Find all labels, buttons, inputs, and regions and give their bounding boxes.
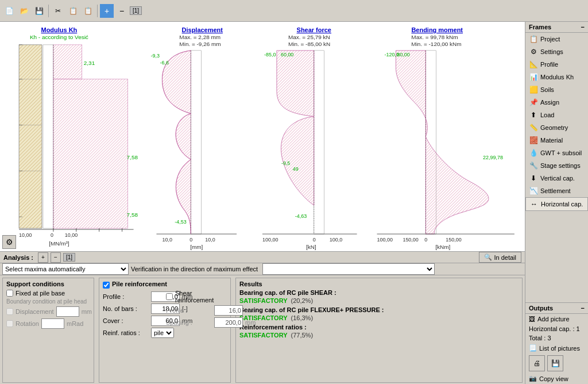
svg-text:Bending moment: Bending moment xyxy=(411,26,463,33)
pile-reinf-checkbox[interactable] xyxy=(103,282,110,289)
fixed-pile-checkbox[interactable] xyxy=(6,290,13,297)
svg-text:49: 49 xyxy=(293,166,299,172)
assign-label: Assign xyxy=(540,99,559,106)
shear-result-title: Bearing cap. of RC pile SHEAR : xyxy=(239,289,519,296)
assign-icon: 📌 xyxy=(529,98,538,107)
toolbar-sep-2 xyxy=(97,5,98,17)
svg-text:Max. = 99,78 kNm: Max. = 99,78 kNm xyxy=(411,34,458,40)
copy-view-button[interactable]: 📷 Copy view xyxy=(525,373,588,384)
svg-text:Min. = -9,26 mm: Min. = -9,26 mm xyxy=(179,41,220,47)
sidebar-item-profile[interactable]: 📐 Profile xyxy=(525,58,588,71)
gwt-icon: 💧 xyxy=(529,148,538,158)
outputs-title: Outputs − xyxy=(525,303,588,314)
profile-icon: 📐 xyxy=(529,60,538,69)
results-panel: Results Bearing cap. of RC pile SHEAR : … xyxy=(235,278,523,383)
horizontal-label: Horizontal cap. xyxy=(541,201,583,208)
sidebar-item-assign[interactable]: 📌 Assign xyxy=(525,96,588,109)
vertical-icon: ⬇ xyxy=(529,174,538,183)
copy-button[interactable]: 📋 xyxy=(66,4,80,18)
svg-text:Displacement: Displacement xyxy=(182,26,223,33)
remove-analysis-button[interactable]: − xyxy=(51,252,61,263)
verification-dropdown[interactable] xyxy=(262,263,435,275)
svg-text:10,00: 10,00 xyxy=(65,232,78,238)
bottom-panel: Analysis : + − [1] 🔍 In detail Select ma… xyxy=(0,252,525,384)
sidebar-item-material[interactable]: 🧱 Material xyxy=(525,134,588,147)
shear-spacing-unit: mm xyxy=(245,319,261,326)
shear-reinf-checkbox[interactable] xyxy=(166,293,173,300)
list-pictures-button[interactable]: 📃 List of pictures xyxy=(525,343,588,354)
shear-profile-input[interactable] xyxy=(214,305,243,316)
displacement-row: Displacement mm xyxy=(6,306,90,317)
shear-profile-row: Profile : mm xyxy=(166,305,227,316)
add-picture-button[interactable]: 🖼 Add picture xyxy=(525,314,588,324)
stage-badge[interactable]: [1] xyxy=(130,6,142,15)
svg-rect-7 xyxy=(19,45,42,228)
reinf-result-row: SATISFACTORY (77,5%) xyxy=(239,332,519,339)
flexure-pct: (16,3%) xyxy=(291,314,314,321)
displacement-input[interactable] xyxy=(56,306,79,317)
reinf-ratios-label: Reinf. ratios : xyxy=(103,329,149,336)
outputs-collapse-icon[interactable]: − xyxy=(581,305,585,312)
save-button[interactable]: 💾 xyxy=(32,4,46,18)
sidebar-item-load[interactable]: ⬆ Load xyxy=(525,109,588,121)
svg-text:7,58: 7,58 xyxy=(127,212,138,218)
displacement-checkbox[interactable] xyxy=(6,308,13,315)
sidebar-item-settings[interactable]: ⚙ Settings xyxy=(525,45,588,58)
sidebar-item-vertical[interactable]: ⬇ Vertical cap. xyxy=(525,172,588,185)
rotation-checkbox[interactable] xyxy=(6,320,13,327)
sidebar-item-geometry[interactable]: 📏 Geometry xyxy=(525,121,588,134)
rotation-input[interactable] xyxy=(41,318,64,329)
load-label: Load xyxy=(540,112,554,118)
export-button[interactable]: 💾 xyxy=(547,355,563,371)
add-analysis-button[interactable]: + xyxy=(38,252,48,263)
settlement-icon: 📉 xyxy=(529,186,538,195)
remove-stage-button[interactable]: − xyxy=(115,4,129,18)
sidebar-item-settlement[interactable]: 📉 Settlement xyxy=(525,185,588,197)
reinf-title: Pile reinforcement xyxy=(112,281,167,287)
material-label: Material xyxy=(540,137,563,144)
in-detail-button[interactable]: 🔍 In detail xyxy=(479,252,521,263)
select-maxima-dropdown[interactable]: Select maxima automatically xyxy=(2,263,129,275)
displacement-label: Displacement xyxy=(16,308,54,315)
svg-text:100,0: 100,0 xyxy=(330,237,342,243)
sidebar-item-gwt[interactable]: 💧 GWT + subsoil xyxy=(525,147,588,159)
stage-label: Stage settings xyxy=(540,162,581,169)
pile-reinf-header: Pile reinforcement xyxy=(103,281,227,290)
svg-text:[kNm]: [kNm] xyxy=(435,244,450,250)
sidebar-item-modulus[interactable]: 📊 Modulus Kh xyxy=(525,71,588,83)
shear-reinf-header: Shear reinforcement xyxy=(166,290,227,304)
toolbar: 📄 📂 💾 ✂ 📋 📋 + − [1] xyxy=(0,0,588,22)
boundary-label: Boundary condition at pile head xyxy=(6,298,90,305)
svg-rect-40 xyxy=(314,51,324,234)
reinf-ratios-select[interactable]: pile xyxy=(151,328,174,338)
svg-text:100,00: 100,00 xyxy=(262,237,278,243)
outputs-section: Outputs − 🖼 Add picture Horizontal cap. … xyxy=(525,302,588,384)
new-button[interactable]: 📄 xyxy=(2,4,16,18)
svg-text:Max. = 2,28 mm: Max. = 2,28 mm xyxy=(179,34,220,40)
paste-button[interactable]: 📋 xyxy=(81,4,95,18)
rotation-unit: mRad xyxy=(67,320,83,327)
sidebar-item-horizontal[interactable]: ↔ Horizontal cap. xyxy=(525,197,588,211)
sidebar-item-soils[interactable]: 🟨 Soils xyxy=(525,83,588,96)
analysis-bar: Analysis : + − [1] 🔍 In detail xyxy=(0,252,525,263)
displacement-unit: mm xyxy=(82,308,98,315)
project-label: Project xyxy=(540,36,560,43)
add-stage-button[interactable]: + xyxy=(100,4,114,18)
print-button[interactable]: 🖨 xyxy=(529,355,545,371)
shear-reinf-section: Shear reinforcement Profile : mm Spacing… xyxy=(103,290,227,328)
flexure-result-row: SATISFACTORY (16,3%) xyxy=(239,314,519,321)
analysis-badge[interactable]: [1] xyxy=(63,253,75,262)
gear-button[interactable]: ⚙ xyxy=(2,235,16,249)
svg-text:-9,5: -9,5 xyxy=(281,160,290,166)
sidebar-item-project[interactable]: 📋 Project xyxy=(525,33,588,45)
geometry-icon: 📏 xyxy=(529,123,538,132)
open-button[interactable]: 📂 xyxy=(17,4,31,18)
shear-pct: (20,2%) xyxy=(291,297,314,304)
viz-svg: Modulus Kh Kh - according to Vesić xyxy=(0,22,525,251)
cut-button[interactable]: ✂ xyxy=(51,4,65,18)
sidebar-item-stage[interactable]: 🔧 Stage settings xyxy=(525,159,588,172)
svg-text:Min. = -120,00 kNm: Min. = -120,00 kNm xyxy=(411,41,461,47)
frames-collapse-icon[interactable]: − xyxy=(581,24,585,30)
svg-text:-4,53: -4,53 xyxy=(175,219,186,225)
shear-spacing-input[interactable] xyxy=(214,317,243,328)
